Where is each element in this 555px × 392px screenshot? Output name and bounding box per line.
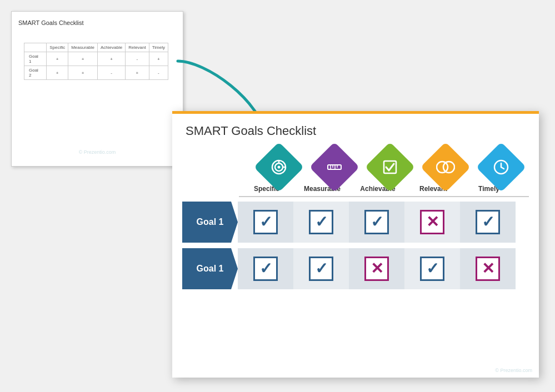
goal-2-relevant-cell: ✓: [404, 248, 460, 289]
goal-2-label: Goal 1: [182, 248, 238, 289]
small-row1-specific: +: [47, 52, 68, 66]
small-table-header-relevant: Relevant: [126, 43, 149, 52]
svg-point-3: [278, 166, 281, 169]
main-slide-title: SMART Goals Checklist: [172, 114, 539, 144]
goal-1-timely-cell: ✓: [460, 202, 516, 243]
small-row2-achievable: -: [98, 66, 126, 80]
small-watermark: © Prezentio.com: [79, 149, 116, 155]
goal-2-measurable-cell: ✓: [293, 248, 349, 289]
small-slide-title: SMART Goals Checklist: [18, 19, 176, 26]
icons-row: [172, 149, 539, 185]
icon-achievable: [362, 149, 418, 185]
goal-1-timely-check: ✓: [476, 210, 500, 234]
icon-relevant: [418, 149, 473, 185]
x-icon: ✕: [482, 261, 494, 277]
goal-1-cells: ✓ ✓ ✓ ✕: [238, 202, 529, 243]
goal-row-2: Goal 1 ✓ ✓ ✕: [182, 248, 529, 289]
small-table-header-achievable: Achievable: [98, 43, 126, 52]
small-row1-timely: +: [149, 52, 168, 66]
goal-1-measurable-cell: ✓: [293, 202, 349, 243]
goal-1-relevant-x: ✕: [420, 210, 444, 234]
clock-icon: [493, 159, 509, 175]
goal-1-achievable-check: ✓: [364, 210, 389, 234]
col-header-relevant: Relevant: [406, 185, 461, 193]
goal-2-achievable-x: ✕: [364, 257, 389, 281]
svg-point-13: [443, 162, 454, 173]
goal-1-label: Goal 1: [182, 202, 238, 243]
small-row2-specific: +: [47, 66, 68, 80]
checkbox-icon: [382, 159, 398, 175]
small-table-wrapper: Specific Measurable Achievable Relevant …: [18, 43, 176, 80]
goal-2-timely-x: ✕: [476, 257, 500, 281]
small-table-row-2: Goal 2 + + - + -: [24, 66, 168, 80]
goal-1-specific-cell: ✓: [238, 202, 293, 243]
svg-point-12: [437, 162, 448, 173]
icon-measurable: [307, 149, 362, 185]
col-header-timely: Timely: [461, 185, 517, 193]
svg-line-16: [501, 167, 504, 169]
small-table-header-measurable: Measurable: [68, 43, 98, 52]
goal-1-measurable-check: ✓: [309, 210, 333, 234]
goal-2-specific-cell: ✓: [238, 248, 293, 289]
goal-2-specific-check: ✓: [253, 257, 278, 281]
small-table-header-timely: Timely: [149, 43, 168, 52]
goal-1-specific-check: ✓: [253, 210, 278, 234]
goal-1-relevant-cell: ✕: [404, 202, 460, 243]
circles-icon: [436, 159, 455, 175]
checkmark-icon: ✓: [315, 261, 328, 277]
col-header-specific: Specific: [239, 185, 294, 193]
svg-rect-6: [328, 165, 341, 169]
small-slide: SMART Goals Checklist Specific Measurabl…: [11, 11, 183, 167]
small-row2-relevant: +: [126, 66, 149, 80]
checkmark-icon: ✓: [315, 214, 328, 230]
small-row2-label: Goal 2: [24, 66, 47, 80]
small-row2-timely: -: [149, 66, 168, 80]
goal-2-timely-cell: ✕: [460, 248, 516, 289]
small-row1-achievable: +: [98, 52, 126, 66]
target-icon: [271, 159, 287, 175]
goal-row-1: Goal 1 ✓ ✓ ✓: [182, 202, 529, 243]
main-watermark: © Prezentio.com: [495, 368, 532, 373]
small-table-row-1: Goal 1 + + + - +: [24, 52, 168, 66]
checkmark-icon: ✓: [371, 214, 383, 230]
checkmark-icon: ✓: [259, 261, 272, 277]
goal-2-cells: ✓ ✓ ✕ ✓: [238, 248, 529, 289]
checkmark-icon: ✓: [482, 214, 494, 230]
main-slide: SMART Goals Checklist: [172, 111, 539, 378]
ruler-icon: [326, 159, 343, 175]
goal-rows: Goal 1 ✓ ✓ ✓: [182, 202, 529, 289]
page: SMART Goals Checklist Specific Measurabl…: [0, 0, 555, 392]
x-icon: ✕: [371, 261, 383, 277]
col-header-achievable: Achievable: [350, 185, 406, 193]
goal-2-relevant-check: ✓: [420, 257, 444, 281]
small-row1-relevant: -: [126, 52, 149, 66]
small-row1-measurable: +: [68, 52, 98, 66]
small-row1-label: Goal 1: [24, 52, 47, 66]
small-table: Specific Measurable Achievable Relevant …: [24, 43, 168, 80]
small-table-header-empty: [24, 43, 47, 52]
goal-2-achievable-cell: ✕: [349, 248, 404, 289]
x-icon: ✕: [426, 214, 439, 230]
icon-timely: [473, 149, 529, 185]
small-row2-measurable: +: [68, 66, 98, 80]
goal-2-measurable-check: ✓: [309, 257, 333, 281]
checkmark-icon: ✓: [426, 261, 439, 277]
checkmark-icon: ✓: [259, 214, 272, 230]
small-table-header-specific: Specific: [47, 43, 68, 52]
icon-specific: [251, 149, 307, 185]
col-header-measurable: Measurable: [294, 185, 350, 193]
goal-1-achievable-cell: ✓: [349, 202, 404, 243]
